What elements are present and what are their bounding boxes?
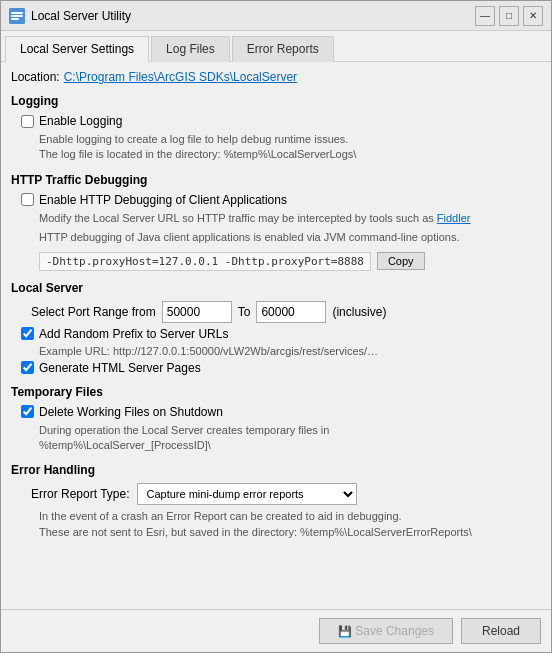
logging-section: Logging Enable Logging Enable logging to… [11, 94, 541, 163]
minimize-button[interactable]: — [475, 6, 495, 26]
svg-rect-3 [11, 18, 19, 20]
maximize-button[interactable]: □ [499, 6, 519, 26]
reload-button[interactable]: Reload [461, 618, 541, 644]
local-server-content: Select Port Range from To (inclusive) Ad… [11, 301, 541, 375]
html-pages-row: Generate HTML Server Pages [21, 361, 541, 375]
http-debug-title: HTTP Traffic Debugging [11, 173, 541, 187]
window-title: Local Server Utility [31, 9, 475, 23]
enable-logging-checkbox[interactable] [21, 115, 34, 128]
local-server-title: Local Server [11, 281, 541, 295]
add-prefix-label: Add Random Prefix to Server URLs [39, 327, 228, 341]
content-area: Location: C:\Program Files\ArcGIS SDKs\L… [1, 62, 551, 609]
html-pages-checkbox[interactable] [21, 361, 34, 374]
enable-http-debug-checkbox[interactable] [21, 193, 34, 206]
tab-error-reports[interactable]: Error Reports [232, 36, 334, 62]
error-report-row: Error Report Type: Capture mini-dump err… [21, 483, 541, 505]
close-button[interactable]: ✕ [523, 6, 543, 26]
http-debug-help-text: Modify the Local Server URL so HTTP traf… [21, 211, 541, 226]
copy-button[interactable]: Copy [377, 252, 425, 270]
error-handling-content: Error Report Type: Capture mini-dump err… [11, 483, 541, 540]
enable-logging-row: Enable Logging [21, 114, 541, 128]
delete-files-row: Delete Working Files on Shutdown [21, 405, 541, 419]
error-handling-help-text: In the event of a crash an Error Report … [21, 509, 541, 540]
port-to-input[interactable] [256, 301, 326, 323]
html-pages-label: Generate HTML Server Pages [39, 361, 201, 375]
error-report-label: Error Report Type: [31, 487, 129, 501]
location-row: Location: C:\Program Files\ArcGIS SDKs\L… [11, 70, 541, 84]
port-range-label: Select Port Range from [31, 305, 156, 319]
tab-log-files[interactable]: Log Files [151, 36, 230, 62]
logging-help-text: Enable logging to create a log file to h… [21, 132, 541, 163]
jvm-row: -Dhttp.proxyHost=127.0.0.1 -Dhttp.proxyP… [21, 252, 541, 271]
example-url: Example URL: http://127.0.0.1:50000/vLW2… [21, 345, 541, 357]
tab-local-server-settings[interactable]: Local Server Settings [5, 36, 149, 62]
temp-files-help-text: During operation the Local Server create… [21, 423, 541, 454]
svg-rect-1 [11, 12, 23, 14]
logging-title: Logging [11, 94, 541, 108]
location-label: Location: [11, 70, 60, 84]
port-to-label: To [238, 305, 251, 319]
error-report-select[interactable]: Capture mini-dump error reports No error… [137, 483, 357, 505]
location-path[interactable]: C:\Program Files\ArcGIS SDKs\LocalServer [64, 70, 297, 84]
local-server-section: Local Server Select Port Range from To (… [11, 281, 541, 375]
port-from-input[interactable] [162, 301, 232, 323]
title-bar: Local Server Utility — □ ✕ [1, 1, 551, 31]
delete-files-label: Delete Working Files on Shutdown [39, 405, 223, 419]
http-debug-content: Enable HTTP Debugging of Client Applicat… [11, 193, 541, 271]
temp-files-title: Temporary Files [11, 385, 541, 399]
save-changes-button[interactable]: 💾Save Changes [319, 618, 453, 644]
tab-bar: Local Server Settings Log Files Error Re… [1, 31, 551, 62]
app-icon [9, 8, 25, 24]
http-debug-section: HTTP Traffic Debugging Enable HTTP Debug… [11, 173, 541, 271]
jvm-command: -Dhttp.proxyHost=127.0.0.1 -Dhttp.proxyP… [39, 252, 371, 271]
enable-http-debug-label: Enable HTTP Debugging of Client Applicat… [39, 193, 287, 207]
save-icon: 💾 [338, 625, 352, 638]
error-handling-title: Error Handling [11, 463, 541, 477]
temp-files-content: Delete Working Files on Shutdown During … [11, 405, 541, 454]
error-handling-section: Error Handling Error Report Type: Captur… [11, 463, 541, 540]
delete-files-checkbox[interactable] [21, 405, 34, 418]
fiddler-link[interactable]: Fiddler [437, 212, 471, 224]
enable-logging-label: Enable Logging [39, 114, 122, 128]
add-prefix-row: Add Random Prefix to Server URLs [21, 327, 541, 341]
footer: 💾Save Changes Reload [1, 609, 551, 652]
port-range-row: Select Port Range from To (inclusive) [21, 301, 541, 323]
svg-rect-2 [11, 15, 23, 17]
logging-content: Enable Logging Enable logging to create … [11, 114, 541, 163]
add-prefix-checkbox[interactable] [21, 327, 34, 340]
main-window: Local Server Utility — □ ✕ Local Server … [0, 0, 552, 653]
enable-http-debug-row: Enable HTTP Debugging of Client Applicat… [21, 193, 541, 207]
inclusive-label: (inclusive) [332, 305, 386, 319]
title-bar-buttons: — □ ✕ [475, 6, 543, 26]
http-debug-jvm-text: HTTP debugging of Java client applicatio… [21, 230, 541, 245]
temp-files-section: Temporary Files Delete Working Files on … [11, 385, 541, 454]
